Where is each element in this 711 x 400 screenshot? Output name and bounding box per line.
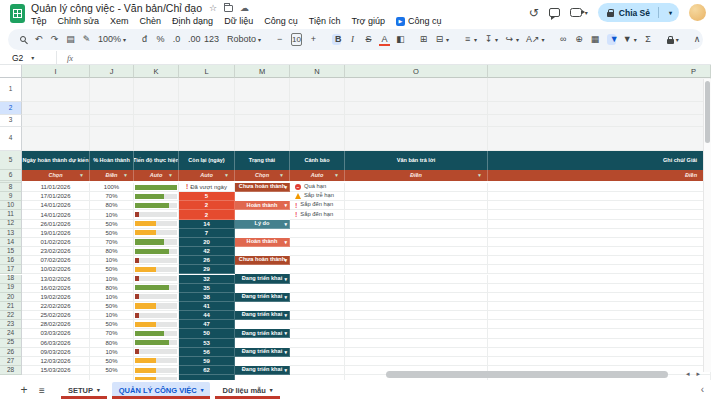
- comments-icon[interactable]: [549, 8, 560, 17]
- name-box[interactable]: G2 ▾: [0, 51, 56, 64]
- cell-percent-complete[interactable]: 80%: [90, 201, 134, 210]
- name-box-dropdown-icon[interactable]: ▾: [31, 55, 34, 61]
- status-dropdown-icon[interactable]: ▾: [284, 331, 287, 336]
- cell-days-remaining[interactable]: 53: [179, 339, 235, 348]
- text-wrap-control[interactable]: ↪ ▾: [505, 35, 519, 44]
- cell-days-remaining[interactable]: 32: [179, 275, 235, 284]
- cell-warning[interactable]: !Sắp đến hạn: [290, 210, 345, 219]
- font-family-select[interactable]: Roboto ▾: [227, 35, 261, 44]
- cell-empty[interactable]: [488, 275, 711, 284]
- cell-empty[interactable]: [345, 339, 488, 348]
- table-column-header[interactable]: Tiến độ thực hiện: [134, 151, 179, 170]
- horizontal-align-control[interactable]: ≡ ▾: [463, 35, 477, 44]
- vertical-scrollbar[interactable]: [703, 79, 711, 372]
- cell-status[interactable]: Đang triển khai▾: [235, 311, 290, 320]
- percent-format-icon[interactable]: %: [156, 35, 165, 44]
- row-header-26[interactable]: 26: [0, 348, 22, 357]
- cell-M4[interactable]: [235, 127, 290, 151]
- cell-N1[interactable]: [290, 78, 345, 102]
- cell-percent-complete[interactable]: 50%: [90, 302, 134, 311]
- cell-empty[interactable]: [345, 311, 488, 320]
- print-icon[interactable]: ▤: [66, 35, 75, 44]
- meet-presentation-control[interactable]: ▾: [570, 8, 588, 17]
- cell-empty[interactable]: [488, 229, 711, 238]
- filter-views-control[interactable]: ▼ ▾: [623, 35, 637, 44]
- addon-menu[interactable]: ▶ Công cụ: [396, 16, 442, 26]
- cell-days-remaining[interactable]: 20: [179, 238, 235, 247]
- cell-progress[interactable]: [134, 284, 179, 293]
- row-header-17[interactable]: 17: [0, 265, 22, 274]
- cell-progress[interactable]: [134, 183, 179, 192]
- cell-days-remaining[interactable]: 14: [179, 220, 235, 229]
- filter-funnel-icon[interactable]: ▼: [123, 173, 128, 178]
- avatar[interactable]: [689, 4, 706, 21]
- cell-M2[interactable]: [235, 102, 290, 115]
- cell-empty[interactable]: [345, 284, 488, 293]
- document-title[interactable]: Quản lý công việc - Văn bản/Chỉ đạo: [31, 2, 202, 14]
- cell-warning[interactable]: [290, 339, 345, 348]
- decrease-font-size-button[interactable]: −: [275, 35, 284, 44]
- cell-P1[interactable]: [488, 78, 711, 102]
- cell-M3[interactable]: [235, 115, 290, 127]
- row-header-12[interactable]: 12: [0, 220, 22, 229]
- row-header-8[interactable]: 8: [0, 183, 22, 192]
- cell-J4[interactable]: [90, 127, 134, 151]
- cell-progress[interactable]: [134, 339, 179, 348]
- cell-due-date[interactable]: 25/02/2026: [22, 311, 90, 320]
- cell-status[interactable]: Chưa hoàn thành▾: [235, 256, 290, 265]
- cell-progress[interactable]: [134, 357, 179, 366]
- cell-days-remaining[interactable]: 50: [179, 329, 235, 338]
- cell-percent-complete[interactable]: 70%: [90, 192, 134, 201]
- menu-item-Chỉnh sửa[interactable]: Chỉnh sửa: [58, 16, 100, 26]
- cell-days-remaining[interactable]: 38: [179, 293, 235, 302]
- table-column-header[interactable]: Trạng thái: [235, 151, 290, 170]
- cell-progress[interactable]: [134, 220, 179, 229]
- cell-warning[interactable]: [290, 220, 345, 229]
- status-dropdown-icon[interactable]: ▾: [284, 203, 287, 208]
- cell-P3[interactable]: [488, 115, 711, 127]
- cell-percent-complete[interactable]: 50%: [90, 220, 134, 229]
- cell-days-remaining[interactable]: !Đã vượt ngày: [179, 183, 235, 192]
- cell-empty[interactable]: [345, 357, 488, 366]
- cell-warning[interactable]: [290, 293, 345, 302]
- cell-progress[interactable]: [134, 311, 179, 320]
- insert-chart-icon[interactable]: ▦: [591, 35, 600, 44]
- status-dropdown-icon[interactable]: ▾: [284, 367, 287, 372]
- cell-status[interactable]: Hoàn thành▾: [235, 201, 290, 210]
- cell-empty[interactable]: [488, 357, 711, 366]
- paint-format-icon[interactable]: ✎: [82, 35, 91, 44]
- increase-decimal-icon[interactable]: .00: [188, 35, 197, 44]
- menu-item-Trợ giúp[interactable]: Trợ giúp: [351, 16, 385, 26]
- cell-empty[interactable]: [345, 320, 488, 329]
- cell-due-date[interactable]: 06/03/2026: [22, 339, 90, 348]
- column-header-L[interactable]: L: [179, 65, 235, 78]
- cell-due-date[interactable]: 01/02/2026: [22, 238, 90, 247]
- cell-I4[interactable]: [22, 127, 90, 151]
- table-column-header[interactable]: Ghi chú/ Giải: [488, 151, 711, 170]
- cell-N3[interactable]: [290, 115, 345, 127]
- cell-progress[interactable]: [134, 256, 179, 265]
- cell-empty[interactable]: [345, 229, 488, 238]
- cell-percent-complete[interactable]: 70%: [90, 238, 134, 247]
- cell-days-remaining[interactable]: 56: [179, 348, 235, 357]
- cell-empty[interactable]: [345, 256, 488, 265]
- vertical-align-control[interactable]: ↧ ▾: [484, 35, 498, 44]
- cell-warning[interactable]: [290, 357, 345, 366]
- cell-percent-complete[interactable]: 10%: [90, 210, 134, 219]
- cell-status[interactable]: Đang triển khai▾: [235, 293, 290, 302]
- insert-link-icon[interactable]: ∞: [559, 35, 568, 44]
- cell-progress[interactable]: [134, 302, 179, 311]
- cell-status[interactable]: Đang triển khai▾: [235, 274, 290, 283]
- cell-percent-complete[interactable]: 10%: [90, 275, 134, 284]
- fill-color-icon[interactable]: ◧: [396, 35, 405, 44]
- cell-N4[interactable]: [290, 127, 345, 151]
- cell-due-date[interactable]: 19/01/2026: [22, 229, 90, 238]
- cell-days-remaining[interactable]: 62: [179, 366, 235, 375]
- cell-empty[interactable]: [345, 348, 488, 357]
- cell-days-remaining[interactable]: 7: [179, 229, 235, 238]
- borders-icon[interactable]: ⊞: [419, 35, 428, 44]
- sheets-logo-icon[interactable]: [10, 4, 25, 23]
- cell-progress[interactable]: [134, 210, 179, 219]
- strikethrough-button[interactable]: S: [364, 35, 373, 44]
- cell-percent-complete[interactable]: 70%: [90, 329, 134, 338]
